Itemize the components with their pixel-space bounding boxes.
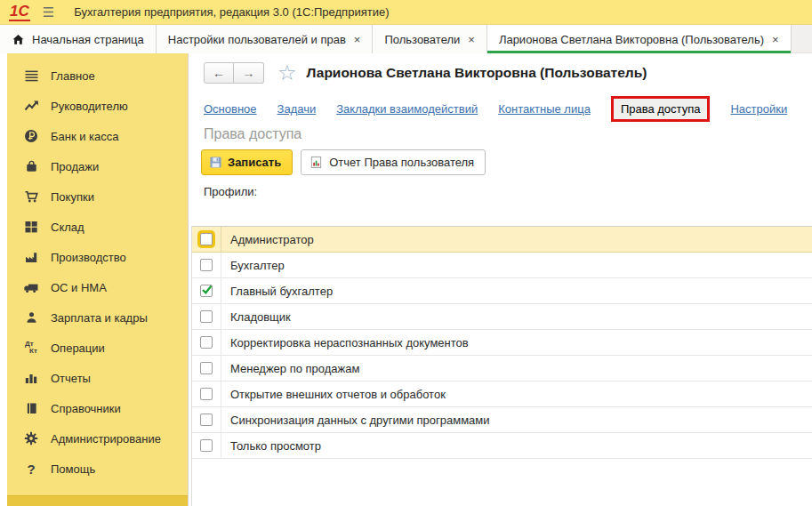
bag-icon (21, 159, 41, 173)
main-menu-icon[interactable]: ☰ (43, 4, 54, 20)
app-title: Бухгалтерия предприятия, редакция 3.0 (1… (74, 5, 389, 19)
sidebar-item-manager[interactable]: Руководителю (7, 91, 188, 121)
trend-chart-icon (21, 99, 41, 113)
profile-label: Открытие внешних отчетов и обработок (230, 388, 446, 401)
tab-users[interactable]: Пользователи × (373, 25, 486, 53)
profile-checkbox-cell (192, 356, 221, 381)
profiles-list: Администратор Бухгалтер Главный бухгалте… (191, 226, 812, 506)
profile-checkbox[interactable] (200, 259, 213, 271)
forward-button[interactable]: → (234, 62, 264, 84)
form-nav-links: Основное Задачи Закладки взаимодействий … (204, 94, 807, 123)
profile-checkbox-cell (192, 330, 221, 355)
form-header: ← → ☆ Ларионова Светлана Викторовна (Пол… (204, 61, 647, 84)
toolbar: Записать Отчет Права пользователя (201, 149, 486, 175)
nav-link-interaction-bookmarks[interactable]: Закладки взаимодействий (336, 102, 478, 116)
profile-checkbox[interactable] (200, 388, 213, 400)
profile-label: Кладовщик (230, 310, 291, 324)
nav-link-access-rights-highlighted[interactable]: Права доступа (611, 96, 711, 122)
sidebar-item-directories[interactable]: Справочники (7, 393, 188, 423)
blocks-icon (21, 220, 41, 234)
profile-checkbox[interactable] (200, 414, 213, 426)
sidebar-item-label: Администрирование (51, 432, 161, 446)
profile-checkbox[interactable] (200, 439, 213, 452)
profile-label: Главный бухгалтер (230, 285, 333, 298)
sidebar-item-label: Операции (51, 341, 105, 355)
left-gutter (0, 53, 7, 506)
profile-row-chief-accountant[interactable]: Главный бухгалтер (192, 278, 812, 304)
sidebar-item-bank-cash[interactable]: Банк и касса (7, 121, 188, 151)
sidebar-item-label: Банк и касса (51, 130, 119, 143)
cart-icon (21, 189, 41, 204)
profile-checkbox[interactable] (200, 362, 213, 374)
sidebar-item-fixed-assets[interactable]: ОС и НМА (7, 272, 188, 302)
profile-label: Менеджер по продажам (230, 362, 359, 375)
profile-checkbox-cell (192, 433, 221, 458)
sections-sidebar: Главное Руководителю Банк и касса Продаж… (7, 53, 188, 506)
profile-checkbox[interactable] (200, 233, 213, 245)
person-icon (21, 310, 41, 325)
close-icon[interactable]: × (468, 33, 475, 46)
factory-icon (21, 250, 41, 264)
question-icon: ? (21, 462, 41, 477)
profile-row-data-sync[interactable]: Синхронизация данных с другими программа… (192, 407, 812, 433)
back-button[interactable]: ← (204, 62, 234, 84)
favorite-star-icon[interactable]: ☆ (277, 62, 297, 84)
close-icon[interactable]: × (354, 33, 361, 46)
tab-label: Ларионова Светлана Викторовна (Пользоват… (499, 33, 764, 46)
sidebar-item-sales[interactable]: Продажи (7, 151, 188, 181)
save-button[interactable]: Записать (201, 149, 293, 175)
sidebar-item-production[interactable]: Производство (7, 242, 188, 272)
sidebar-item-purchases[interactable]: Покупки (7, 181, 188, 212)
sidebar-item-label: Справочники (51, 402, 121, 415)
sidebar-item-label: Помощь (51, 462, 95, 476)
profile-row-sales-manager[interactable]: Менеджер по продажам (192, 356, 812, 382)
gear-icon (21, 431, 41, 446)
sidebar-item-label: Главное (51, 69, 95, 83)
profile-checkbox[interactable] (200, 336, 213, 349)
sidebar-item-salary-hr[interactable]: Зарплата и кадры (7, 302, 188, 333)
sidebar-item-operations[interactable]: ДтКт Операции (7, 333, 188, 363)
close-icon[interactable]: × (772, 33, 779, 46)
profile-row-view-only[interactable]: Только просмотр (192, 433, 812, 459)
ruble-circle-icon (21, 129, 41, 143)
sidebar-item-label: Отчеты (51, 372, 91, 385)
sidebar-item-warehouse[interactable]: Склад (7, 212, 188, 242)
tab-home[interactable]: Начальная страница (0, 25, 157, 53)
truck-icon (21, 280, 41, 294)
profile-row-document-correction[interactable]: Корректировка нераспознанных документов (192, 330, 812, 356)
profile-label: Синхронизация данных с другими программа… (230, 414, 490, 427)
nav-link-main[interactable]: Основное (204, 102, 257, 116)
nav-link-tasks[interactable]: Задачи (277, 102, 317, 116)
sidebar-item-help[interactable]: ? Помощь (7, 454, 188, 484)
profile-row-storekeeper[interactable]: Кладовщик (192, 304, 812, 330)
profile-row-accountant[interactable]: Бухгалтер (192, 253, 812, 278)
profile-label: Только просмотр (230, 439, 321, 453)
profile-checkbox-checked[interactable] (200, 285, 213, 297)
sidebar-item-label: Производство (51, 251, 126, 264)
sidebar-item-administration[interactable]: Администрирование (7, 423, 188, 454)
user-form-panel: ← → ☆ Ларионова Светлана Викторовна (Пол… (188, 53, 812, 506)
profile-row-external-reports[interactable]: Открытие внешних отчетов и обработок (192, 382, 812, 407)
profile-checkbox[interactable] (200, 310, 213, 323)
sidebar-item-main[interactable]: Главное (7, 60, 188, 91)
profile-row-administrator[interactable]: Администратор (192, 227, 812, 253)
nav-link-contact-persons[interactable]: Контактные лица (498, 102, 591, 116)
user-rights-report-button[interactable]: Отчет Права пользователя (301, 149, 486, 175)
sidebar-item-label: Продажи (51, 160, 99, 173)
sidebar-item-reports[interactable]: Отчеты (7, 363, 188, 393)
section-title: Права доступа (204, 126, 301, 142)
application-window: 1С ☰ Бухгалтерия предприятия, редакция 3… (0, 0, 812, 506)
nav-link-settings[interactable]: Настройки (730, 102, 787, 116)
sidebar-bottom-strip (7, 495, 188, 506)
tab-larionova-user[interactable]: Ларионова Светлана Викторовна (Пользоват… (487, 25, 792, 53)
profile-checkbox-cell (192, 227, 221, 252)
profile-checkbox-cell (192, 382, 221, 406)
page-title: Ларионова Светлана Викторовна (Пользоват… (307, 65, 647, 81)
tab-user-rights-settings[interactable]: Настройки пользователей и прав × (157, 25, 374, 53)
1c-logo: 1С (9, 4, 30, 21)
dt-kt-icon: ДтКт (21, 341, 41, 356)
save-floppy-icon (209, 156, 222, 169)
tab-bar: Начальная страница Настройки пользовател… (0, 25, 812, 53)
profile-checkbox-cell (192, 407, 221, 432)
tab-bar-empty-area (792, 25, 812, 53)
